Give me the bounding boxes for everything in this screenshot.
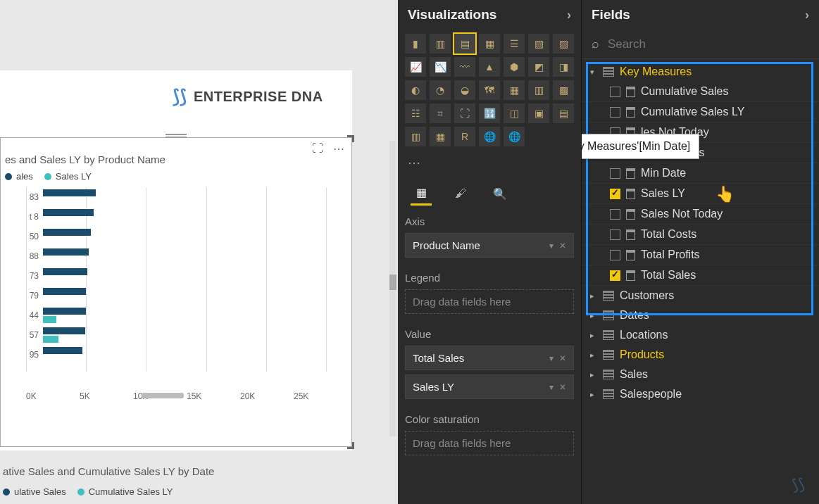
viz-type-tile[interactable]: ◐ xyxy=(405,80,426,100)
remove-icon[interactable]: ✕ xyxy=(559,382,566,392)
viz-type-tile[interactable]: ☰ xyxy=(504,34,525,53)
axis-field[interactable]: Product Name ▾✕ xyxy=(405,233,574,258)
checkbox[interactable] xyxy=(610,168,620,179)
bar-segment[interactable] xyxy=(43,316,56,323)
bar-segment[interactable] xyxy=(43,327,85,334)
checkbox[interactable] xyxy=(610,229,620,240)
viz-type-tile[interactable]: ⌗ xyxy=(430,103,451,123)
viz-type-tile[interactable]: ▥ xyxy=(528,80,549,100)
viz-type-tile[interactable]: ▮ xyxy=(405,34,426,53)
viz-type-tile[interactable]: ◒ xyxy=(454,80,475,100)
value-field[interactable]: Total Sales ▾✕ xyxy=(405,346,574,370)
bar-segment[interactable] xyxy=(43,248,89,256)
viz-type-tile[interactable]: ▨ xyxy=(553,34,574,53)
collapse-icon[interactable]: › xyxy=(805,8,809,23)
checkbox[interactable] xyxy=(610,270,620,281)
viz-type-tile[interactable]: ◩ xyxy=(528,57,549,77)
checkbox[interactable] xyxy=(610,250,620,260)
dropdown-icon[interactable]: ▾ xyxy=(549,241,554,251)
more-options-icon[interactable]: ⋯ xyxy=(333,142,346,155)
dropdown-icon[interactable]: ▾ xyxy=(549,382,554,392)
caret-right-icon: ▸ xyxy=(590,311,597,320)
viz-type-tile[interactable]: 🌐 xyxy=(479,127,500,146)
collapse-icon[interactable]: › xyxy=(567,8,571,23)
horizontal-scrollbar[interactable] xyxy=(142,393,184,398)
viz-type-tile[interactable]: R xyxy=(454,127,475,146)
checkbox[interactable] xyxy=(610,87,620,97)
viz-type-tile[interactable]: ◫ xyxy=(504,103,525,123)
table-customers[interactable]: ▸Customers xyxy=(582,286,819,305)
field-sales-ly[interactable]: Sales LY👆 xyxy=(582,184,819,204)
field-cumulative-sales-ly[interactable]: Cumulative Sales LY xyxy=(582,102,819,122)
remove-icon[interactable]: ✕ xyxy=(559,353,566,363)
focus-mode-icon[interactable]: ⛶ xyxy=(312,142,325,155)
tab-fields[interactable]: ▦ xyxy=(411,182,432,206)
field-cumulative-sales[interactable]: Cumulative Sales xyxy=(582,82,819,102)
viz-type-tile[interactable]: ▲ xyxy=(479,57,500,77)
table-sales[interactable]: ▸Sales xyxy=(582,365,819,384)
value-field[interactable]: Sales LY ▾✕ xyxy=(405,374,574,399)
viz-type-tile[interactable]: 📉 xyxy=(430,57,451,77)
field-total-profits[interactable]: Total Profits xyxy=(582,245,819,265)
bar-row: 95 xyxy=(26,345,347,365)
viz-type-tile[interactable]: ▦ xyxy=(504,80,525,100)
viz-type-tile[interactable]: 📈 xyxy=(405,57,426,77)
remove-icon[interactable]: ✕ xyxy=(559,241,566,251)
table-dates[interactable]: ▸Dates xyxy=(582,305,819,325)
resize-handle-br[interactable] xyxy=(347,442,354,449)
report-canvas[interactable]: ⟆⟆ ENTERPRISE DNA ⛶ ⋯ es and Sales LY by… xyxy=(0,0,398,504)
viz-type-tile[interactable]: ▤ xyxy=(454,34,475,53)
bar-row: 57 xyxy=(26,325,347,345)
field-total-costs[interactable]: Total Costs xyxy=(582,225,819,245)
bar-segment[interactable] xyxy=(43,336,58,343)
table-locations[interactable]: ▸Locations xyxy=(582,325,819,345)
legend-drop-target[interactable]: Drag data fields here xyxy=(405,289,574,314)
color-drop-target[interactable]: Drag data fields here xyxy=(405,431,574,455)
x-tick-label: 25K xyxy=(294,391,347,401)
viz-type-tile[interactable]: ▥ xyxy=(405,127,426,146)
viz-type-tile[interactable]: ▦ xyxy=(430,127,451,146)
checkbox[interactable] xyxy=(610,209,620,220)
bar-chart-visual[interactable]: ⛶ ⋯ es and Sales LY by Product Name ales… xyxy=(0,137,352,447)
dropdown-icon[interactable]: ▾ xyxy=(549,353,554,363)
viz-type-tile[interactable]: ☷ xyxy=(405,103,426,123)
field-total-sales[interactable]: Total Sales xyxy=(582,265,819,286)
drag-handle-icon[interactable] xyxy=(165,134,187,138)
vertical-scrollbar[interactable] xyxy=(389,141,396,436)
viz-type-tile[interactable]: ⛶ xyxy=(454,103,475,123)
bar-segment[interactable] xyxy=(43,308,86,315)
viz-type-tile[interactable]: ▤ xyxy=(553,103,574,123)
viz-type-tile[interactable]: ⬢ xyxy=(504,57,525,77)
bar-segment[interactable] xyxy=(43,268,87,275)
bar-segment[interactable] xyxy=(43,229,91,236)
resize-handle-tr[interactable] xyxy=(347,135,354,142)
bar-segment[interactable] xyxy=(43,347,82,354)
viz-type-tile[interactable]: 〰 xyxy=(454,57,475,77)
scrollbar-thumb[interactable] xyxy=(389,275,396,290)
viz-type-tile[interactable]: 🗺 xyxy=(479,80,500,100)
viz-type-tile[interactable]: ▥ xyxy=(430,34,451,53)
table-key-measures[interactable]: ▾Key Measures xyxy=(582,62,819,82)
viz-type-tile[interactable]: ▧ xyxy=(528,34,549,53)
table-salespeople[interactable]: ▸Salespeople xyxy=(582,384,819,404)
viz-type-tile[interactable]: 🌐 xyxy=(504,127,525,146)
brand-text: ENTERPRISE DNA xyxy=(194,89,323,105)
tab-format[interactable]: 🖌 xyxy=(450,182,471,206)
field-sales-not-today[interactable]: Sales Not Today xyxy=(582,204,819,225)
more-visuals-icon[interactable]: ⋯ xyxy=(398,151,581,175)
viz-type-tile[interactable]: 🔢 xyxy=(479,103,500,123)
bar-segment[interactable] xyxy=(43,209,94,216)
tab-analytics[interactable]: 🔍 xyxy=(489,182,511,206)
checkbox[interactable] xyxy=(610,107,620,118)
viz-type-tile[interactable]: ▩ xyxy=(553,80,574,100)
field-min-date[interactable]: Min Date xyxy=(582,163,819,184)
bar-segment[interactable] xyxy=(43,288,86,295)
bar-segment[interactable] xyxy=(43,189,96,196)
viz-type-tile[interactable]: ▣ xyxy=(528,103,549,123)
viz-type-tile[interactable]: ▦ xyxy=(479,34,500,53)
viz-type-tile[interactable]: ◔ xyxy=(430,80,451,100)
viz-type-tile[interactable]: ◨ xyxy=(553,57,574,77)
table-products[interactable]: ▸Products xyxy=(582,345,819,365)
checkbox[interactable] xyxy=(610,189,620,199)
search-input[interactable] xyxy=(608,37,809,51)
